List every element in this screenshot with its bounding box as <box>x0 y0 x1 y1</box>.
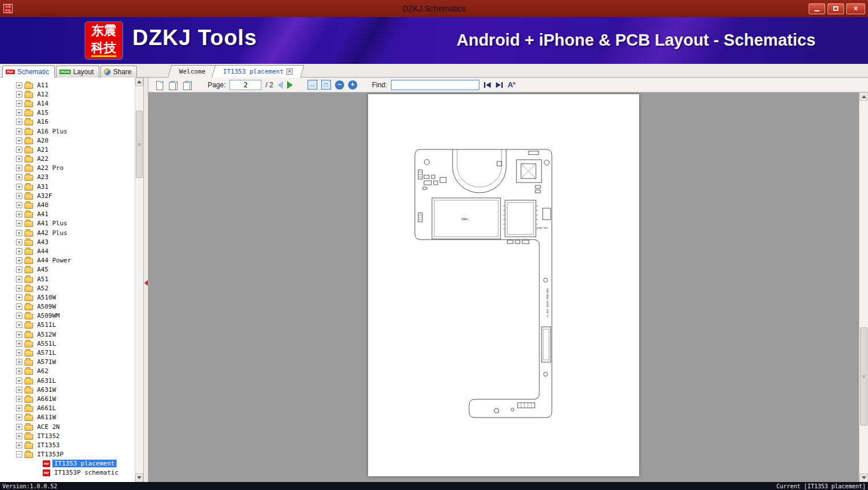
sidebar-scrollbar[interactable]: ≡ <box>135 78 143 482</box>
find-next-icon[interactable] <box>495 82 503 88</box>
tree-item[interactable]: + A631W <box>0 385 135 394</box>
tree-expander-icon[interactable]: + <box>16 285 22 291</box>
collapse-sidebar-icon[interactable] <box>144 280 148 286</box>
tree-expander-icon[interactable]: + <box>16 414 22 420</box>
match-case-icon[interactable]: Aa <box>507 80 515 89</box>
tree-item-label[interactable]: A44 Power <box>35 257 73 264</box>
minimize-button[interactable] <box>809 3 825 14</box>
tree-item[interactable]: + A20 <box>0 136 135 145</box>
tree-expander-icon[interactable]: + <box>16 442 22 448</box>
tree-item-label[interactable]: A40 <box>35 201 50 209</box>
tree-item[interactable]: + A571L <box>0 348 135 357</box>
tree-item[interactable]: + A44 Power <box>0 256 135 265</box>
sidebar-splitter[interactable] <box>144 78 148 482</box>
tree-expander-icon[interactable]: + <box>16 91 22 98</box>
tree-item[interactable]: + A41 <box>0 210 135 219</box>
tree-item-label[interactable]: A631W <box>35 386 58 394</box>
tree-expander-icon[interactable]: + <box>16 248 22 254</box>
tree-item-label[interactable]: A62 <box>35 367 50 375</box>
tree-item[interactable]: - IT1353P <box>0 450 135 459</box>
tree-item[interactable]: + A631L <box>0 376 135 385</box>
tree-item[interactable]: + A40 <box>0 200 135 209</box>
tree-item-label[interactable]: A15 <box>35 109 50 116</box>
facing-pages-view-icon[interactable] <box>168 80 179 90</box>
tree-expander-icon[interactable]: + <box>16 266 22 273</box>
tree-item[interactable]: + A51 <box>0 274 135 284</box>
tree-expander-icon[interactable]: + <box>16 350 22 356</box>
tree-item[interactable]: + A31 <box>0 182 135 191</box>
tree-item[interactable]: + A510W <box>0 293 135 302</box>
tree-expander-icon[interactable]: + <box>16 165 22 171</box>
viewer-scrollbar[interactable]: ≡ <box>859 92 868 482</box>
tree-item-label[interactable]: A41 <box>35 210 50 218</box>
tree-item-label[interactable]: A51 <box>35 276 50 283</box>
tree-expander-icon[interactable]: + <box>16 128 22 135</box>
tree-item[interactable]: + A16 <box>0 118 135 127</box>
tree-expander-icon[interactable]: + <box>16 378 22 384</box>
tree-item[interactable]: + IT1353 <box>0 440 135 449</box>
tree-item[interactable]: + A11 <box>0 80 135 90</box>
tree-expander-icon[interactable]: + <box>16 257 22 264</box>
tree-item-label[interactable]: A11 <box>35 82 50 89</box>
tree-item[interactable]: + IT1352 <box>0 431 135 440</box>
tree-item-label[interactable]: A611W <box>35 414 58 421</box>
tree-item-label[interactable]: A511L <box>35 321 58 329</box>
tree-item-label[interactable]: A42 Plus <box>35 229 69 237</box>
tree-expander-icon[interactable]: + <box>16 230 22 236</box>
tree-item-label[interactable]: A45 <box>35 266 50 273</box>
tree-item[interactable]: + A15 <box>0 108 135 118</box>
tab-layout[interactable]: PADS Layout <box>56 66 99 78</box>
tree-expander-icon[interactable]: + <box>16 110 22 116</box>
zoom-in-icon[interactable]: + <box>348 80 357 90</box>
tree-item[interactable]: PDF IT1353P schematic <box>0 468 135 477</box>
tree-expander-icon[interactable]: + <box>16 220 22 226</box>
tree-item-label[interactable]: A52 <box>35 285 50 292</box>
tree-item[interactable]: + A41 Plus <box>0 219 135 228</box>
tree-item-label[interactable]: A12 <box>35 91 50 98</box>
tree-expander-icon[interactable]: + <box>16 193 22 199</box>
tree-item-label[interactable]: A23 <box>35 173 50 181</box>
tree-expander-icon[interactable]: + <box>16 119 22 125</box>
tree-item-label[interactable]: A661W <box>35 395 58 403</box>
tree-expander-icon[interactable]: + <box>16 276 22 282</box>
tree-item-label[interactable]: A16 <box>35 118 50 125</box>
tree-item[interactable]: + A42 Plus <box>0 228 135 237</box>
tree-item-label[interactable]: IT1352 <box>35 432 62 440</box>
tree-item[interactable]: + A22 <box>0 155 135 164</box>
tree-item-label[interactable]: A14 <box>35 100 50 107</box>
tab-schematic[interactable]: PDF Schematic <box>2 66 55 78</box>
tree-item[interactable]: + A512W <box>0 330 135 339</box>
tree-expander-icon[interactable]: + <box>16 303 22 310</box>
tree-item-label[interactable]: A32F <box>35 192 54 200</box>
tree-item-label[interactable]: A21 <box>35 146 50 153</box>
tree-expander-icon[interactable]: + <box>16 100 22 107</box>
tree-item[interactable]: + A14 <box>0 99 135 108</box>
tree-expander-icon[interactable]: + <box>16 341 22 347</box>
tree-expander-icon[interactable]: + <box>16 433 22 439</box>
tree-item-label[interactable]: A31 <box>35 183 50 191</box>
find-input[interactable] <box>391 80 479 90</box>
tree-item-label[interactable]: A41 Plus <box>35 220 69 227</box>
tree-expander-icon[interactable]: + <box>16 368 22 374</box>
fit-page-icon[interactable]: □ <box>321 80 331 90</box>
fit-width-icon[interactable]: ↔ <box>308 80 317 90</box>
tree-item-label[interactable]: A22 <box>35 155 50 163</box>
tab-share[interactable]: Share <box>100 66 137 78</box>
previous-page-icon[interactable] <box>277 81 283 89</box>
tree-item-label[interactable]: A631L <box>35 377 58 384</box>
tree-item-label[interactable]: A22 Pro <box>35 164 65 172</box>
scroll-down-icon[interactable] <box>135 473 143 482</box>
tree-item[interactable]: + A52 <box>0 284 135 293</box>
tree-expander-icon[interactable]: + <box>16 156 22 162</box>
tree-expander-icon[interactable]: + <box>16 184 22 190</box>
tree-expander-icon[interactable]: + <box>16 294 22 301</box>
tree-item-label[interactable]: A551L <box>35 340 58 347</box>
tree-expander-icon[interactable]: + <box>16 147 22 153</box>
tree-item-label[interactable]: A509WM <box>35 312 62 319</box>
tree-item-label[interactable]: IT1353P <box>35 451 65 458</box>
tree-expander-icon[interactable]: + <box>16 202 22 208</box>
tree-expander-icon[interactable]: + <box>16 239 22 245</box>
tree-item[interactable]: + A23 <box>0 173 135 182</box>
tree-item[interactable]: + A45 <box>0 265 135 274</box>
tree-item-label[interactable]: A44 <box>35 248 50 255</box>
